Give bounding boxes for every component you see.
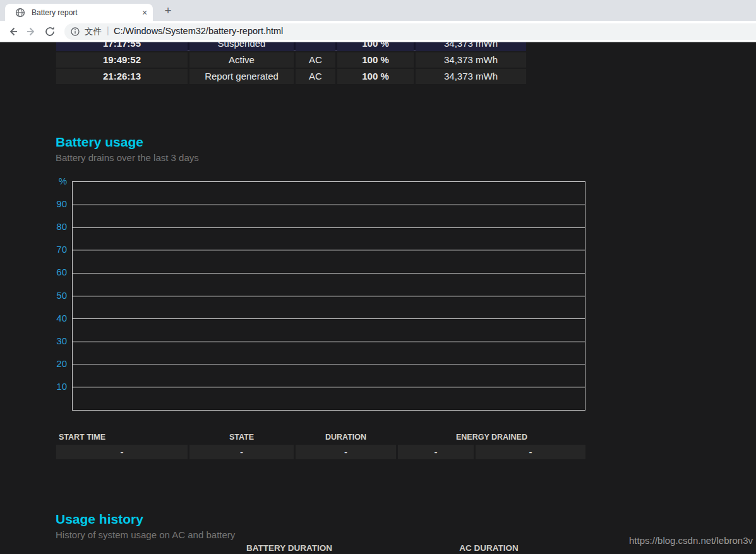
cell-capacity: 100 % [337,52,414,68]
address-bar[interactable]: 文件 | C:/Windows/System32/battery-report.… [64,23,756,40]
cell-source: AC [296,69,335,84]
tab-strip: Battery report × + [0,0,756,21]
gridline-30 [73,341,585,342]
globe-favicon-icon [15,8,25,18]
battery-usage-title: Battery usage [56,135,143,150]
gridline-40 [73,318,585,319]
cell-start-time: 19:49:52 [56,52,188,68]
y-tick-label: 60 [38,267,67,278]
ac-duration-header: AC DURATION [442,543,536,554]
table-cell-empty: - [476,445,585,459]
tab-battery-report[interactable]: Battery report × [5,4,153,21]
browser-window: 17:17:55Suspended100 %34,373 mWh19:49:52… [0,0,756,554]
battery-usage-chart [72,181,585,411]
y-axis-unit-label: % [38,176,67,187]
y-tick-label: 80 [38,221,67,232]
column-header: STATE [189,432,294,442]
y-tick-label: 50 [38,290,67,301]
cell-energy: 34,373 mWh [416,69,526,84]
gridline-20 [73,364,585,364]
new-tab-button[interactable]: + [160,4,176,18]
refresh-icon[interactable] [44,25,56,38]
gridline-80 [73,227,585,228]
file-scheme-label: 文件 [85,26,102,37]
battery-drains-table: START TIMESTATEDURATIONENERGY DRAINED---… [56,432,585,459]
column-header: START TIME [59,432,188,442]
y-tick-label: 10 [38,381,67,392]
y-tick-label: 70 [38,244,67,255]
cell-source: AC [296,52,335,68]
y-tick-label: 20 [38,358,67,370]
url-text[interactable]: C:/Windows/System32/battery-report.html [114,26,283,36]
usage-history-title: Usage history [56,512,143,527]
tab-title: Battery report [32,8,78,17]
y-tick-label: 40 [38,313,67,324]
column-header: ENERGY DRAINED [398,432,585,442]
y-tick-label: 90 [38,198,67,210]
cell-energy: 34,373 mWh [416,52,526,68]
gridline-90 [73,204,585,205]
page-info-icon[interactable] [71,27,80,36]
table-cell-empty: - [296,445,396,459]
table-cell-empty: - [189,445,294,459]
cell-state: Report generated [189,69,294,84]
table-row: 21:26:13Report generatedAC100 %34,373 mW… [56,69,526,84]
column-header: DURATION [296,432,396,442]
table-cell-empty: - [56,445,188,459]
gridline-50 [73,296,585,297]
cell-state: Active [189,52,294,68]
browser-toolbar: 文件 | C:/Windows/System32/battery-report.… [0,21,756,42]
table-cell-empty: - [398,445,474,459]
forward-icon[interactable] [25,25,38,38]
cell-start-time: 21:26:13 [56,69,188,84]
back-icon[interactable] [6,25,19,38]
gridline-10 [73,387,585,388]
y-tick-label: 30 [38,335,67,347]
watermark-url: https://blog.csdn.net/lebron3v [568,535,753,546]
gridline-70 [73,250,585,251]
recent-usage-table: 17:17:55Suspended100 %34,373 mWh19:49:52… [56,36,526,84]
gridline-60 [73,273,585,274]
cell-capacity: 100 % [337,69,414,84]
tab-close-icon[interactable]: × [139,7,150,18]
battery-usage-subtitle: Battery drains over the last 3 days [56,152,199,163]
usage-history-subtitle: History of system usage on AC and batter… [56,529,235,540]
url-separator: | [107,25,109,35]
battery-duration-header: BATTERY DURATION [221,543,357,554]
battery-report-page: 17:17:55Suspended100 %34,373 mWh19:49:52… [0,0,756,554]
table-row: 19:49:52ActiveAC100 %34,373 mWh [56,52,526,68]
